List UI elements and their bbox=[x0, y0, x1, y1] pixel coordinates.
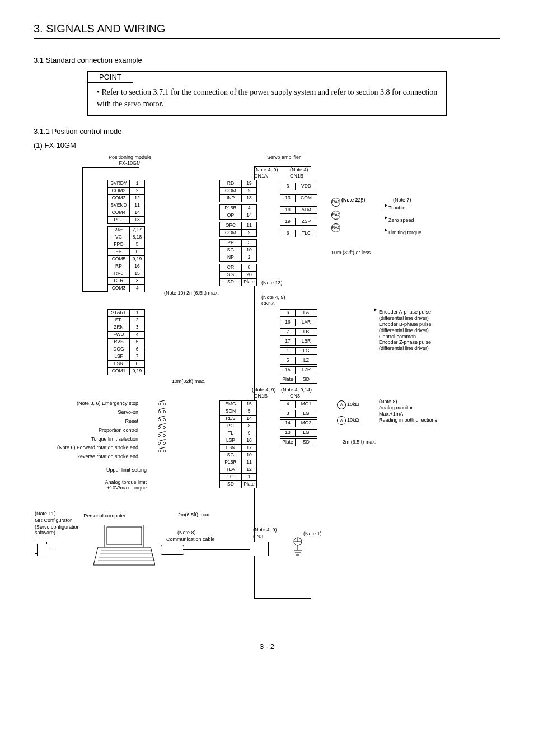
mr-configurator-label: MR Configurator bbox=[35, 518, 72, 524]
relay-ra1: RA1 bbox=[331, 198, 340, 207]
diff-label-1: (differential line driver) bbox=[379, 316, 432, 321]
upper-limit-label: Upper limit setting bbox=[85, 468, 147, 473]
zero-speed-label: Zero speed bbox=[388, 218, 414, 223]
note-8-b: (Note 8) bbox=[177, 530, 196, 536]
cn3-label: CN3 bbox=[290, 394, 300, 399]
ctrl-common-label: Control common bbox=[379, 334, 432, 340]
servo-on-label: Servo-on bbox=[35, 410, 138, 416]
ground-icon bbox=[292, 537, 309, 561]
page-footer: 3 - 2 bbox=[34, 642, 500, 651]
note-13: (Note 13) bbox=[261, 281, 283, 286]
cn3-connector bbox=[252, 542, 269, 556]
fx10gm-pin-table: SVRDY1COM22COM212SVEND11COM414PG01324+7,… bbox=[107, 180, 145, 292]
note-4: (Note 4) bbox=[290, 167, 308, 173]
analog-monitor-label: Analog monitor bbox=[379, 405, 437, 411]
fx10gm-input-table: START1ST-2ZRN3FWD4RVS5DOG6LSF7LSR8COM19,… bbox=[107, 309, 145, 375]
cable-connector-icon bbox=[161, 545, 184, 555]
two-m-label: 2m (6.5ft) max. bbox=[326, 440, 393, 445]
note-8: (Note 8) bbox=[379, 399, 437, 405]
point-body: • Refer to section 3.7.1 for the connect… bbox=[88, 72, 446, 115]
ohm-2: 10kΩ bbox=[347, 418, 359, 423]
svg-marker-2 bbox=[93, 547, 155, 565]
note-4-9-14: (Note 4, 9,14) bbox=[281, 388, 312, 393]
note-11: (Note 11) bbox=[35, 511, 56, 517]
fwd-end-label: (Note 6) Forward rotation stroke end bbox=[35, 445, 138, 451]
prop-label: Proportion control bbox=[35, 428, 138, 433]
cable-length-top: 10m (32ft) or less bbox=[315, 250, 387, 256]
diff-label-3: (differential line driver) bbox=[379, 346, 432, 352]
pc-label: Personal computer bbox=[82, 514, 127, 519]
cn1a-label-2: CN1A bbox=[261, 301, 275, 307]
cn1b-label: CN1B bbox=[290, 174, 303, 179]
analog-torque-label: Analog torque limit +10V/max. torque bbox=[68, 480, 147, 491]
enc-z-label: Encoder Z-phase pulse bbox=[379, 340, 432, 346]
note-4-9-a: (Note 4, 9) bbox=[254, 167, 278, 173]
cn1b-top-table: 3VDD13COM18ALM19ZSP6TLC bbox=[280, 183, 317, 237]
device-heading: (1) FX-10GM bbox=[34, 141, 500, 150]
cn3-label-2: CN3 bbox=[253, 534, 263, 540]
ohm-1: 10kΩ bbox=[347, 402, 359, 408]
cn1a-top-table: RD19COM9INP18P15R4OP14OPC11COM9PP3SG10NP… bbox=[219, 180, 257, 286]
point-box: POINT • Refer to section 3.7.1 for the c… bbox=[87, 71, 447, 116]
reset-label: Reset bbox=[35, 419, 138, 424]
servo-conf-label: (Servo configuration software) bbox=[35, 525, 102, 536]
relay-ra2: RA2 bbox=[331, 211, 340, 220]
note-4-9-c: (Note 4, 9) bbox=[252, 388, 276, 393]
chapter-title: 3. SIGNALS AND WIRING bbox=[34, 22, 500, 35]
cn3-table: 4MO13LG14MO213LGPlateSD bbox=[280, 400, 317, 446]
note10-length: (Note 10) 2m(6.5ft) max. bbox=[147, 291, 236, 296]
diff-label-2: (differential line driver) bbox=[379, 328, 432, 334]
subsection-heading: 3.1.1 Position control mode bbox=[34, 127, 500, 136]
tlsel-label: Torque limit selection bbox=[35, 437, 138, 442]
trouble-label: Trouble bbox=[388, 206, 405, 211]
cn1a-encoder-table: 6LA16LAR7LB17LBR1LG5LZ15LZRPlateSD bbox=[280, 309, 317, 384]
point-label: POINT bbox=[87, 71, 133, 83]
read-both-label: Reading in both directions bbox=[379, 418, 437, 423]
chapter-rule bbox=[34, 38, 500, 39]
laptop-icon bbox=[93, 525, 155, 570]
emg-label: (Note 3, 6) Emergency stop bbox=[35, 401, 138, 407]
servo-amplifier-label: Servo amplifier bbox=[256, 155, 312, 161]
cn1b-bottom-table: EMG15SON5RES14PC8TL9LSP16LSN17SG10P15R11… bbox=[219, 400, 257, 488]
note-2-5: (Note 2, 5) bbox=[341, 198, 366, 203]
note-7: (Note 7) bbox=[393, 198, 411, 203]
limiting-torque-label: Limiting torque bbox=[388, 230, 421, 236]
two-m-label-b: 2m(6.5ft) max. bbox=[163, 512, 225, 518]
cn1b-label-2: CN1B bbox=[254, 394, 268, 399]
rev-end-label: Reverse rotation stroke end bbox=[35, 454, 138, 460]
wiring-diagram: Positioning module FX-10GM Servo amplifi… bbox=[35, 155, 499, 626]
enc-a-label: Encoder A-phase pulse bbox=[379, 310, 432, 315]
comm-cable-label: Communication cable bbox=[166, 537, 215, 543]
note-4-9-d: (Note 4, 9) bbox=[253, 528, 277, 533]
enc-b-label: Encoder B-phase pulse bbox=[379, 322, 432, 328]
meter-a-1: A bbox=[337, 400, 346, 409]
cn1a-label: CN1A bbox=[254, 174, 268, 179]
section-heading: 3.1 Standard connection example bbox=[34, 56, 500, 64]
disk-icon-2 bbox=[37, 544, 49, 556]
note-1: (Note 1) bbox=[303, 531, 322, 537]
note-4-9-b: (Note 4, 9) bbox=[261, 295, 285, 301]
plus: + bbox=[51, 547, 54, 553]
ten-meter-label: 10m(32ft) max. bbox=[155, 379, 222, 385]
point-text: Refer to section 3.7.1 for the connectio… bbox=[97, 88, 437, 108]
svg-marker-1 bbox=[107, 527, 142, 545]
positioning-module-label: Positioning module FX-10GM bbox=[96, 155, 163, 166]
max-1ma-label: Max.+1mA bbox=[379, 412, 437, 417]
meter-a-2: A bbox=[337, 416, 346, 425]
